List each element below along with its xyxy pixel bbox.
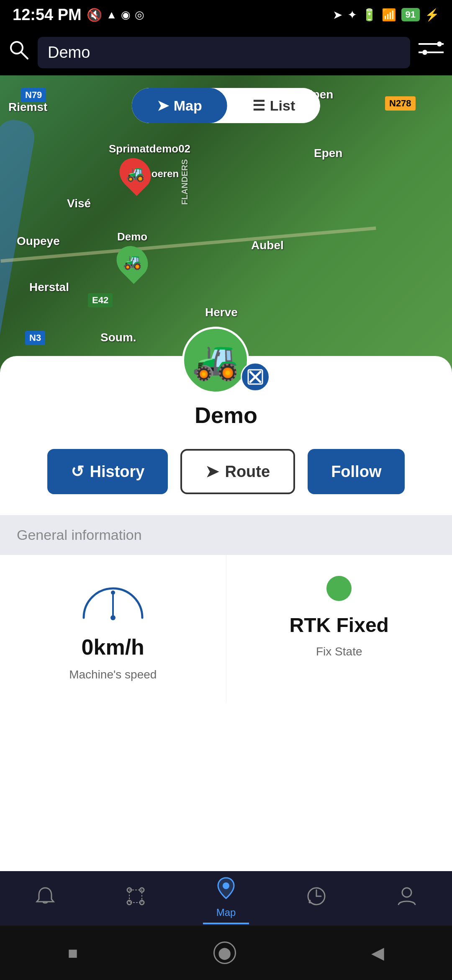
circle2-icon: ◎ <box>135 8 144 21</box>
square-button[interactable]: ■ <box>68 944 78 962</box>
circle-icon: ◉ <box>121 8 131 21</box>
speed-label: Machine's speed <box>69 668 157 681</box>
android-nav: ■ ⬤ ◀ <box>0 926 452 980</box>
speed-card: 0km/h Machine's speed <box>0 555 226 702</box>
vehicle-name: Demo <box>17 402 435 428</box>
city-label-riemst: Riemst <box>8 101 47 114</box>
vehicle-panel: 🚜 Demo ↺ History ➤ Route Follow <box>0 356 452 871</box>
road-sign-e42: E42 <box>88 293 113 307</box>
road-sign-n79: N79 <box>21 88 46 102</box>
marker-label-demo: Demo <box>117 230 147 243</box>
svg-point-11 <box>111 591 115 595</box>
map-tab-button[interactable]: ➤ Map <box>132 88 227 123</box>
svg-point-5 <box>422 50 427 55</box>
clock-icon <box>306 886 327 911</box>
info-cards: 0km/h Machine's speed RTK Fixed Fix Stat… <box>0 555 452 702</box>
battery-alert-icon: 🔋 <box>362 8 377 22</box>
svg-point-2 <box>437 41 442 46</box>
circle-button[interactable]: ⬤ <box>213 941 236 964</box>
history-label: History <box>90 463 145 481</box>
status-time: 12:54 PM <box>13 6 82 24</box>
city-label-aubel: Aubel <box>251 239 284 252</box>
svg-point-21 <box>402 888 411 897</box>
bell-icon <box>35 886 56 911</box>
marker-demo[interactable]: Demo 🚜 <box>117 230 147 279</box>
list-tab-button[interactable]: ☰ List <box>227 88 320 123</box>
follow-label: Follow <box>331 463 381 481</box>
rtk-label: Fix State <box>316 645 362 658</box>
status-bar: 12:54 PM 🔇 ▲ ◉ ◎ ➤ ✦ 🔋 📶 91 ⚡ <box>0 0 452 29</box>
speedometer-icon <box>75 576 151 626</box>
route-label: Route <box>225 463 270 481</box>
history-button[interactable]: ↺ History <box>47 449 168 494</box>
road-sign-n278: N278 <box>385 96 416 111</box>
search-input[interactable] <box>38 37 410 68</box>
nav-item-profile[interactable] <box>384 882 430 916</box>
list-tab-icon: ☰ <box>252 97 265 114</box>
bluetooth-icon: ✦ <box>347 8 357 22</box>
general-info-title: General information <box>17 527 142 543</box>
road-sign-n3: N3 <box>25 331 45 345</box>
nav-icon: ▲ <box>106 8 117 21</box>
bottom-nav: Map <box>0 871 452 926</box>
rtk-card: RTK Fixed Fix State <box>226 555 452 702</box>
rtk-value: RTK Fixed <box>290 614 389 637</box>
avatar-status-badge <box>241 362 270 392</box>
nav-map-label: Map <box>216 907 236 918</box>
search-bar <box>0 29 452 75</box>
shape-icon <box>125 886 146 911</box>
city-label-herstal: Herstal <box>29 281 69 294</box>
svg-line-1 <box>21 52 28 59</box>
marker-sprimatdemo02[interactable]: Sprimatdemo02 🚜 oeren <box>109 142 190 191</box>
action-buttons: ↺ History ➤ Route Follow <box>17 449 435 494</box>
city-label-herve: Herve <box>205 306 238 319</box>
city-label-vise: Visé <box>67 197 91 210</box>
route-icon: ➤ <box>205 462 219 481</box>
rtk-status-dot <box>326 576 352 601</box>
general-info-header: General information <box>0 515 452 555</box>
panel-content: Demo ↺ History ➤ Route Follow General in… <box>0 356 452 715</box>
nav-item-geofence[interactable] <box>113 882 159 916</box>
mute-icon: 🔇 <box>87 8 102 22</box>
search-icon <box>8 39 29 65</box>
map-pin-icon <box>216 877 236 904</box>
person-icon <box>396 886 417 911</box>
filter-icon[interactable] <box>419 40 444 65</box>
city-label-epen: Epen <box>314 147 342 160</box>
map-tab-label: Map <box>174 98 202 114</box>
avatar: 🚜 <box>182 327 249 394</box>
battery-level: 91 <box>401 8 420 21</box>
route-button[interactable]: ➤ Route <box>180 449 295 494</box>
location-icon: ➤ <box>333 8 342 22</box>
speed-value: 0km/h <box>82 634 144 660</box>
nav-item-history[interactable] <box>293 882 339 916</box>
map-list-toggle: ➤ Map ☰ List <box>132 88 320 123</box>
map-tab-icon: ➤ <box>157 97 169 114</box>
back-button[interactable]: ◀ <box>371 943 384 962</box>
charging-icon: ⚡ <box>425 8 439 22</box>
nav-item-map[interactable]: Map <box>203 872 249 924</box>
avatar-area: 🚜 <box>182 327 270 394</box>
svg-point-17 <box>223 882 229 889</box>
wifi-icon: 📶 <box>382 8 396 22</box>
city-label-soum: Soum. <box>100 331 136 344</box>
nav-item-alerts[interactable] <box>22 882 68 916</box>
history-icon: ↺ <box>71 462 84 481</box>
follow-button[interactable]: Follow <box>308 449 405 494</box>
list-tab-label: List <box>270 98 295 114</box>
city-label-oupeye: Oupeye <box>17 235 60 248</box>
marker-label-sprimatdemo02: Sprimatdemo02 <box>109 142 190 155</box>
